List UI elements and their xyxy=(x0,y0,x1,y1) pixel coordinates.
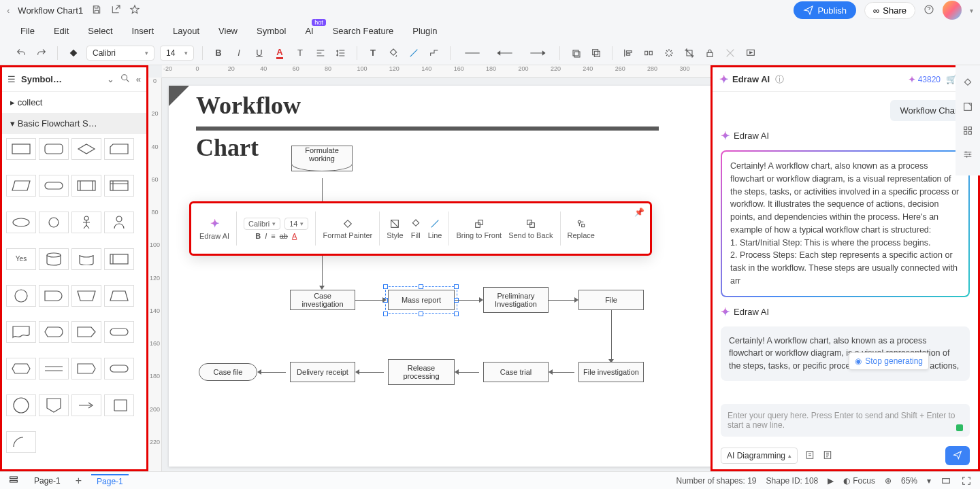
shape-stadium[interactable] xyxy=(104,321,134,343)
arrow-start-icon[interactable] xyxy=(491,46,519,61)
menu-layout[interactable]: Layout xyxy=(173,26,199,36)
format-painter-icon[interactable] xyxy=(66,46,81,61)
grid-icon[interactable] xyxy=(962,125,973,138)
node-case-file[interactable]: Case file xyxy=(199,363,257,381)
shadow-icon[interactable] xyxy=(568,46,583,61)
shape-actor[interactable] xyxy=(71,212,101,233)
node-case-investigation[interactable]: Case investigation xyxy=(290,290,355,310)
font-size-select[interactable]: 14▾ xyxy=(160,46,194,61)
selection-handle[interactable] xyxy=(454,284,459,289)
undo-icon[interactable] xyxy=(14,46,29,61)
shape-circle3[interactable] xyxy=(6,394,36,416)
ctx-send-back[interactable]: Send to Back xyxy=(508,218,553,239)
canvas-area[interactable]: -200204060801001201401601802002202402602… xyxy=(148,65,710,471)
selection-handle[interactable] xyxy=(383,284,388,289)
back-button[interactable]: ‹ xyxy=(7,5,10,16)
category-collect[interactable]: ▸ collect xyxy=(2,92,146,113)
expand-icon[interactable]: ⌄ xyxy=(107,74,114,84)
panel-icon[interactable] xyxy=(962,101,973,114)
publish-button[interactable]: Publish xyxy=(794,1,856,19)
ctx-strikethrough-icon[interactable]: ab xyxy=(280,232,288,240)
text-tool-icon[interactable]: T xyxy=(365,46,380,61)
distribute-icon[interactable] xyxy=(641,46,656,61)
shape-terminator[interactable] xyxy=(39,175,69,197)
shape-delay[interactable] xyxy=(39,285,69,307)
selection-handle[interactable] xyxy=(454,311,459,316)
shape-rounded-rect[interactable] xyxy=(39,138,69,160)
menu-symbol[interactable]: Symbol xyxy=(257,26,286,36)
search-icon[interactable] xyxy=(120,73,131,86)
selection-handle[interactable] xyxy=(419,311,423,316)
shape-offpage-down[interactable] xyxy=(39,394,69,416)
ctx-replace[interactable]: Replace xyxy=(568,218,595,239)
line-color-icon[interactable] xyxy=(406,46,421,61)
play-icon[interactable]: ▶ xyxy=(828,476,834,486)
font-select[interactable]: Calibri▾ xyxy=(86,46,154,61)
shape-cylinder[interactable] xyxy=(39,248,69,270)
node-release-processing[interactable]: Release processing xyxy=(388,359,455,385)
menu-insert[interactable]: Insert xyxy=(132,26,154,36)
ctx-font-select[interactable]: Calibri▾ xyxy=(244,218,280,230)
menu-select[interactable]: Select xyxy=(88,26,112,36)
node-file[interactable]: File xyxy=(578,290,644,310)
shape-user[interactable] xyxy=(104,212,134,233)
ctx-style[interactable]: Style xyxy=(387,218,403,239)
ctx-italic-icon[interactable]: I xyxy=(265,232,267,240)
shape-hexagon[interactable] xyxy=(6,358,36,380)
menu-view[interactable]: View xyxy=(218,26,238,36)
ctx-format-painter[interactable]: Format Painter xyxy=(323,218,372,239)
shape-document[interactable] xyxy=(6,321,36,343)
align-left-icon[interactable] xyxy=(621,46,636,61)
selection-handle[interactable] xyxy=(383,311,388,316)
add-page-button[interactable]: + xyxy=(76,475,82,487)
shape-database[interactable] xyxy=(71,248,101,270)
layer-icon[interactable] xyxy=(589,46,604,61)
shape-predefined[interactable] xyxy=(71,175,101,197)
shape-arc[interactable] xyxy=(6,431,36,453)
shape-pill[interactable] xyxy=(104,358,134,380)
menu-ai[interactable]: AIhot xyxy=(305,26,313,36)
text-format-icon[interactable]: T xyxy=(293,46,308,61)
ctx-bring-front[interactable]: Bring to Front xyxy=(456,218,502,239)
arrow-end-icon[interactable] xyxy=(524,46,551,61)
node-file-investigation[interactable]: File investigation xyxy=(578,362,644,382)
menu-plugin[interactable]: Plugin xyxy=(412,26,437,36)
crop-icon[interactable] xyxy=(682,46,697,61)
shape-parallelogram[interactable] xyxy=(6,175,36,197)
ctx-font-color-icon[interactable]: A xyxy=(292,232,297,240)
tools-icon[interactable] xyxy=(723,46,738,61)
page-tab[interactable]: Page-1 xyxy=(91,474,129,488)
focus-toggle[interactable]: ◐ Focus xyxy=(843,476,875,486)
ctx-edraw-ai[interactable]: ✦ Edraw AI xyxy=(199,217,229,240)
ai-mode-select[interactable]: AI Diagramming▴ xyxy=(721,448,798,464)
shape-pentagon[interactable] xyxy=(71,321,101,343)
shape-diamond[interactable] xyxy=(71,138,101,160)
shape-rectangle[interactable] xyxy=(6,138,36,160)
star-icon[interactable] xyxy=(129,4,140,17)
shape-circle[interactable] xyxy=(39,212,69,233)
export-icon[interactable] xyxy=(110,4,121,17)
italic-icon[interactable]: I xyxy=(231,46,246,61)
ai-doc-icon[interactable] xyxy=(822,450,833,462)
page-select[interactable]: Page-1 xyxy=(29,475,66,487)
avatar[interactable] xyxy=(943,1,962,20)
zoom-dropdown-icon[interactable]: ▾ xyxy=(927,476,931,486)
underline-icon[interactable]: U xyxy=(252,46,267,61)
pin-icon[interactable]: 📌 xyxy=(634,207,644,217)
shape-display[interactable] xyxy=(39,321,69,343)
fullscreen-icon[interactable] xyxy=(961,475,972,486)
page-list-icon[interactable] xyxy=(8,474,19,487)
save-icon[interactable] xyxy=(91,4,102,17)
lock-icon[interactable] xyxy=(702,46,717,61)
menu-edit[interactable]: Edit xyxy=(54,26,69,36)
redo-icon[interactable] xyxy=(34,46,49,61)
shape-decision-yes[interactable]: Yes xyxy=(6,248,36,270)
category-basic-flowchart[interactable]: ▾ Basic Flowchart S… xyxy=(2,113,146,134)
connector-icon[interactable] xyxy=(427,46,442,61)
node-formulate[interactable]: Formulate working opinions xyxy=(291,146,353,171)
shape-parallel-lines[interactable] xyxy=(39,358,69,380)
theme-icon[interactable] xyxy=(962,78,973,90)
ctx-line[interactable]: Line xyxy=(428,218,442,239)
help-icon[interactable] xyxy=(924,4,934,17)
collapse-panel-icon[interactable]: « xyxy=(136,74,141,84)
